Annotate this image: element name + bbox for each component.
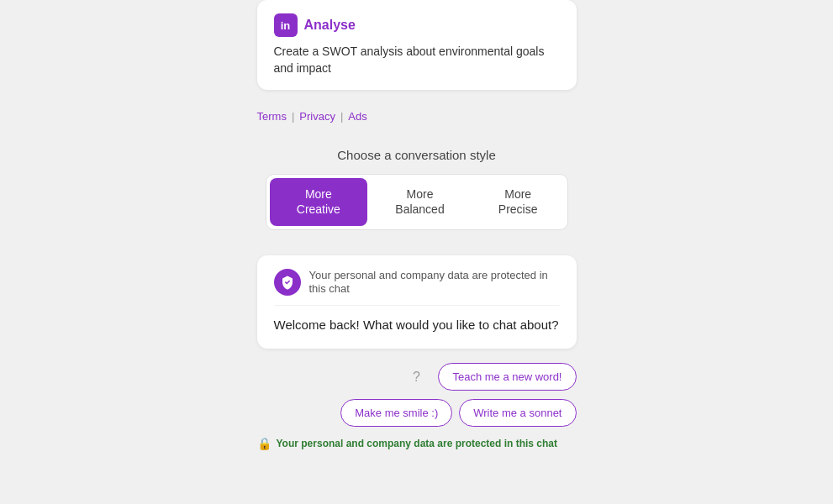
suggestion-row-1: ? Teach me a new word! [257,362,577,392]
style-btn-balanced[interactable]: More Balanced [371,175,469,228]
privacy-link[interactable]: Privacy [299,110,335,123]
bottom-privacy: 🔒 Your personal and company data are pro… [257,437,577,450]
privacy-banner: Your personal and company data are prote… [274,269,560,307]
shield-icon [274,269,301,296]
style-btn-precise[interactable]: More Precise [469,175,567,228]
style-section: Choose a conversation style More Creativ… [257,148,577,229]
main-container: in Analyse Create a SWOT analysis about … [0,0,833,504]
suggestion-row-2: Make me smile :) Write me a sonnet [257,399,577,427]
analyse-description: Create a SWOT analysis about environment… [274,44,560,76]
terms-link[interactable]: Terms [257,110,287,123]
ads-link[interactable]: Ads [348,110,366,123]
style-buttons: More Creative More Balanced More Precise [266,174,568,229]
style-title: Choose a conversation style [337,148,495,162]
analyse-title: Analyse [304,18,356,33]
chat-card: Your personal and company data are prote… [257,255,577,349]
links-row: Terms | Privacy | Ads [257,102,577,131]
analyse-card: in Analyse Create a SWOT analysis about … [257,0,577,90]
lock-icon: 🔒 [257,437,272,450]
analyse-header: in Analyse [274,13,560,37]
welcome-text: Welcome back! What would you like to cha… [274,316,560,335]
suggestion-sonnet[interactable]: Write me a sonnet [459,399,576,427]
style-btn-creative[interactable]: More Creative [270,178,368,225]
privacy-text: Your personal and company data are prote… [309,269,560,297]
suggestion-teach-word[interactable]: Teach me a new word! [438,363,576,391]
analyse-icon: in [274,13,298,37]
question-icon: ? [401,362,431,392]
suggestion-smile[interactable]: Make me smile :) [340,399,452,427]
bottom-privacy-text: Your personal and company data are prote… [277,438,558,449]
